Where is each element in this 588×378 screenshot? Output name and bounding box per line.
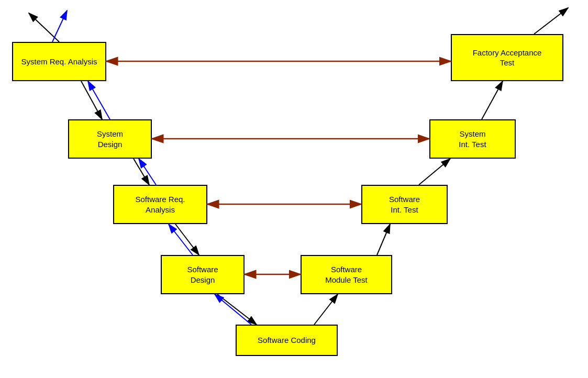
system-design-box: SystemDesign: [68, 119, 152, 159]
arrow-sysdesign-swreq: [134, 159, 149, 185]
arrow-blue-swdesign-swreq: [169, 224, 193, 255]
software-module-test-box: SoftwareModule Test: [301, 255, 392, 294]
software-req-label: Software Req.Analysis: [135, 194, 185, 215]
software-module-test-label: SoftwareModule Test: [325, 264, 368, 285]
arrow-moduletest-inttest: [377, 224, 390, 255]
software-int-test-label: SoftwareInt. Test: [389, 194, 420, 215]
arrow-top-right-black: [534, 8, 568, 34]
system-req-label: System Req. Analysis: [21, 57, 97, 67]
arrow-swreq-swdesign: [175, 224, 199, 255]
arrow-blue-swreq-sysdesign: [139, 159, 156, 185]
v-model-diagram: System Req. Analysis SystemDesign Softwa…: [0, 0, 588, 378]
software-coding-label: Software Coding: [258, 335, 316, 346]
software-req-box: Software Req.Analysis: [113, 185, 207, 224]
system-design-label: SystemDesign: [97, 129, 123, 149]
system-req-box: System Req. Analysis: [12, 42, 106, 81]
factory-acceptance-label: Factory AcceptanceTest: [473, 48, 542, 68]
arrow-top-left-black1: [29, 13, 59, 42]
system-int-test-label: SystemInt. Test: [459, 129, 486, 149]
arrow-sysinttest-factory: [482, 81, 503, 119]
arrow-swinttest-sysinttest: [419, 159, 450, 185]
software-design-box: SoftwareDesign: [161, 255, 245, 294]
arrow-swdesign-coding: [217, 294, 257, 325]
software-coding-box: Software Coding: [236, 325, 338, 356]
arrow-top-left-blue1: [52, 10, 67, 42]
arrow-blue-coding-swdesign: [215, 294, 251, 325]
software-int-test-box: SoftwareInt. Test: [361, 185, 448, 224]
arrow-coding-moduletest: [314, 294, 338, 325]
factory-acceptance-box: Factory AcceptanceTest: [451, 34, 563, 81]
software-design-label: SoftwareDesign: [187, 264, 218, 285]
arrow-blue-sysdesign-sysreq: [88, 81, 110, 119]
system-int-test-box: SystemInt. Test: [429, 119, 516, 159]
arrow-sysreq-sysdesign: [81, 81, 102, 119]
